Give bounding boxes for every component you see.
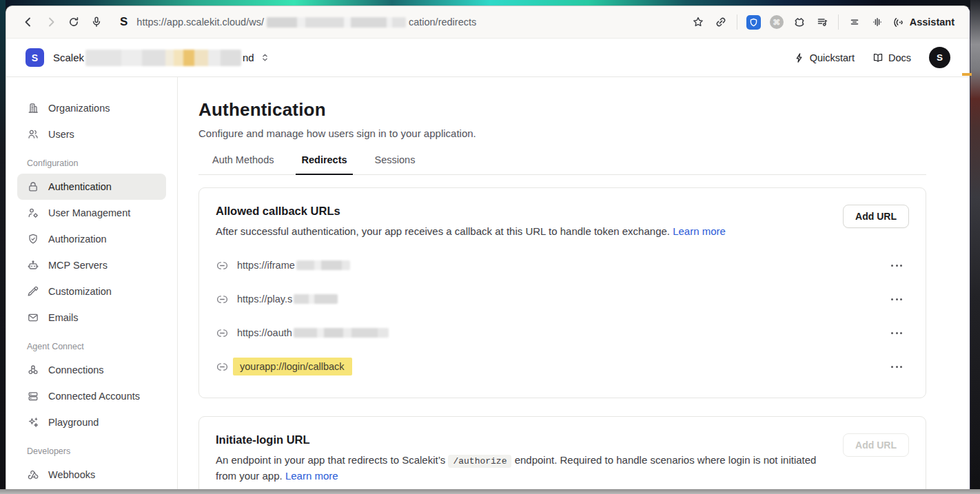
add-url-button[interactable]: Add URL [843,205,909,228]
card-description-text: An endpoint in your app that redirects t… [216,454,445,466]
link-icon [216,293,229,306]
robot-icon [27,259,39,271]
card-header: Initiate-login URL An endpoint in your a… [216,433,909,484]
user-gear-icon [27,207,39,219]
command-extension-icon[interactable]: ⌘ [770,15,784,29]
bookmark-star-icon[interactable] [691,15,705,29]
address-bar[interactable]: https://app.scalekit.cloud/ws/ cation/re… [136,17,476,28]
url-redacted-part [294,328,389,338]
tab-auth-methods[interactable]: Auth Methods [212,154,274,174]
docs-label: Docs [888,52,911,63]
back-icon[interactable] [21,15,35,29]
lock-icon [27,181,39,193]
card-title: Allowed callback URLs [216,205,726,218]
initiate-login-url-card: Initiate-login URL An endpoint in your a… [198,416,926,494]
wallpaper-accent-dash [962,73,972,76]
app-body: Organizations Users Configuration Authen… [6,77,970,494]
callback-url-text: https://iframe [237,260,350,271]
card-header-text: Allowed callback URLs After successful a… [216,205,726,239]
sidebar-item-label: Connected Accounts [48,391,140,402]
sparkles-icon [27,416,39,429]
chevron-up-down-icon [260,52,270,63]
tab-sessions[interactable]: Sessions [375,154,416,174]
allowed-callback-urls-card: Allowed callback URLs After successful a… [198,187,926,398]
quickstart-label: Quickstart [810,52,855,63]
workspace-logo: S [25,48,44,67]
url-row-menu-button[interactable] [890,260,904,271]
url-row-menu-button[interactable] [890,362,904,372]
reader-mode-icon[interactable] [848,15,861,29]
reload-icon[interactable] [67,15,81,29]
sidebar-item-authorization[interactable]: Authorization [17,226,166,252]
learn-more-link[interactable]: Learn more [285,470,338,482]
url-redacted-part [296,260,350,270]
sidebar-item-authentication[interactable]: Authentication [17,174,166,200]
cluster-icon [27,364,39,376]
copy-link-icon[interactable] [714,15,728,29]
wallpaper-right-strip [970,0,980,494]
sidebar-item-label: Connections [48,364,104,375]
card-header: Allowed callback URLs After successful a… [216,205,909,239]
card-description-text: After successful authentication, your ap… [216,225,670,237]
site-favicon: S [120,15,127,29]
page-title: Authentication [198,99,926,121]
extension-icon[interactable] [793,15,806,29]
callback-url-row: https://oauth [216,316,909,350]
user-avatar[interactable]: S [929,47,950,68]
sidebar-item-customization[interactable]: Customization [17,278,166,305]
card-description: After successful authentication, your ap… [216,224,726,239]
docs-button[interactable]: Docs [872,52,911,63]
card-description: An endpoint in your app that redirects t… [216,453,836,484]
sidebar-section-developers: Developers [17,446,166,456]
sidebar-item-users[interactable]: Users [17,121,166,147]
tab-redirects[interactable]: Redirects [301,154,347,174]
sidebar-item-organizations[interactable]: Organizations [17,95,166,121]
mic-icon[interactable] [90,15,103,29]
building-icon [27,102,39,114]
callback-url-text-highlighted: yourapp://login/callback [233,358,352,375]
sidebar-item-connected-accounts[interactable]: Connected Accounts [17,383,166,409]
sidebar-item-connections[interactable]: Connections [17,357,166,383]
url-row-menu-button[interactable] [890,294,904,305]
sidebar: Organizations Users Configuration Authen… [6,77,178,494]
url-redacted-part [294,294,338,304]
workspace-redacted-segment [85,50,241,66]
sidebar-item-label: Webhooks [48,469,95,480]
equalizer-icon[interactable] [870,15,884,29]
sidebar-item-label: Customization [48,286,112,297]
sidebar-item-label: Authorization [48,234,107,245]
callback-url-list: https://iframe https://play.s [216,249,909,384]
bitwarden-shield-icon[interactable] [746,15,761,30]
browser-toolbar: S https://app.scalekit.cloud/ws/ cation/… [6,6,970,39]
book-icon [872,52,884,63]
learn-more-link[interactable]: Learn more [673,225,726,237]
url-suffix: cation/redirects [409,17,476,28]
sidebar-item-playground[interactable]: Playground [17,409,166,435]
sidebar-item-label: Organizations [48,103,110,114]
forward-icon[interactable] [44,15,58,29]
assistant-button[interactable]: Assistant [893,17,955,28]
page-subtitle: Configure and manage how users sign in t… [198,127,926,139]
media-playlist-icon[interactable] [815,15,829,29]
add-url-button-disabled[interactable]: Add URL [843,433,909,457]
sidebar-item-emails[interactable]: Emails [17,305,166,331]
paintbrush-icon [27,285,39,298]
sidebar-section-configuration: Configuration [17,158,166,168]
callback-url-row: https://play.s [216,282,909,316]
main-content: Authentication Configure and manage how … [178,77,970,494]
sidebar-item-mcp-servers[interactable]: MCP Servers [17,252,166,278]
shield-check-icon [27,233,39,245]
quickstart-button[interactable]: Quickstart [794,52,855,63]
sidebar-item-label: User Management [48,207,130,218]
sidebar-item-user-management[interactable]: User Management [17,200,166,226]
url-visible-part: https://oauth [237,327,292,338]
app-header: S Scalek nd Quickstart Docs [6,39,970,77]
sidebar-item-webhooks[interactable]: Webhooks [17,462,166,488]
link-icon [216,360,229,373]
url-prefix: https://app.scalekit.cloud/ws/ [136,17,264,28]
workspace-environment-switcher[interactable]: Scalek nd [53,50,270,66]
url-visible-part: https://play.s [237,294,292,305]
sidebar-item-label: Playground [48,417,99,428]
url-redacted-segment [267,17,406,28]
url-row-menu-button[interactable] [890,328,904,338]
